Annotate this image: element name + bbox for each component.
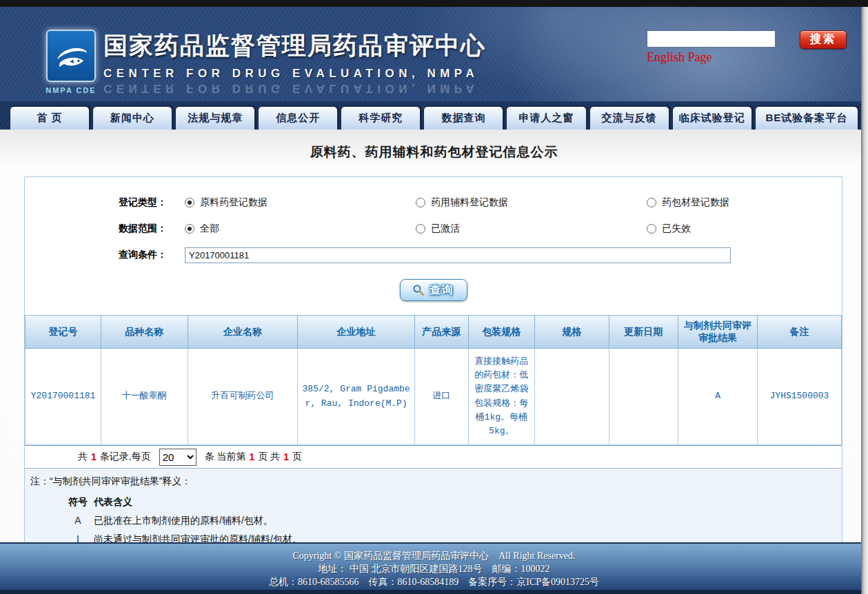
radio-scope-activated[interactable]: 已激活 [416, 223, 647, 235]
col-registration-no: 登记号 [26, 316, 101, 349]
col-product-name: 品种名称 [101, 316, 188, 349]
radio-label: 已失效 [662, 223, 691, 235]
english-page-link[interactable]: English Page [647, 50, 712, 65]
header-search-button[interactable]: 搜索 [800, 30, 847, 49]
site-titles: 国家药品监督管理局药品审评中心 CENTER FOR DRUG EVALUATI… [103, 30, 545, 95]
footer-contact: 总机：8610-68585566 传真：8610-68584189 备案序号：京… [0, 575, 868, 588]
reg-type-label: 登记类型： [25, 196, 185, 209]
radio-scope-expired[interactable]: 已失效 [647, 223, 842, 235]
radio-label: 原料药登记数据 [200, 196, 268, 209]
radio-label: 药用辅料登记数据 [431, 196, 508, 209]
fish-swoosh-icon [51, 36, 91, 76]
cell-packaging-spec: 直接接触药品的药包材：低密度聚乙烯袋包装规格：每桶1kg。每桶5kg。 [468, 349, 534, 445]
site-logo[interactable]: NMPA CDE [43, 30, 99, 94]
content-area: 原料药、药用辅料和药包材登记信息公示 登记类型： 原料药登记数据 药用辅料登记数… [0, 130, 868, 542]
page-size-select[interactable]: 20 [159, 449, 196, 466]
footer-copyright: Copyright © 国家药品监督管理局药品审评中心 All Right Re… [0, 549, 868, 562]
col-spec: 规格 [534, 316, 609, 349]
nav-tab-news[interactable]: 新闻中心 [92, 106, 172, 130]
header-search-input[interactable] [647, 30, 776, 48]
nav-tab-info-disclosure[interactable]: 信息公开 [258, 106, 338, 130]
logo-caption: NMPA CDE [43, 86, 99, 94]
vertical-scrollbar[interactable] [861, 7, 868, 594]
col-product-source: 产品来源 [414, 316, 468, 349]
radio-icon[interactable] [185, 224, 194, 234]
nav-tab-science[interactable]: 科学研究 [341, 106, 421, 130]
col-joint-review-result: 与制剂共同审评审批结果 [678, 316, 758, 349]
nav-tab-clinical-trial[interactable]: 临床试验登记 [672, 106, 752, 130]
pagination-text: 条 当前第 [205, 451, 246, 463]
cell-company-name: 升百可制药公司 [188, 349, 298, 445]
col-update-date: 更新日期 [609, 316, 678, 349]
radio-scope-all[interactable]: 全部 [185, 223, 416, 235]
site-footer: Copyright © 国家药品监督管理局药品审评中心 All Right Re… [0, 542, 868, 594]
pagination-bar: 共 1 条记录,每页 20 条 当前第 1 页 共 1 页 [25, 445, 842, 469]
site-title: 国家药品监督管理局药品审评中心 [103, 30, 545, 62]
radio-icon[interactable] [416, 224, 425, 234]
pagination-text: 条记录,每页 [100, 451, 151, 463]
total-pages: 1 [283, 451, 289, 462]
cell-remark: JYHS1500003 [757, 349, 841, 445]
pagination-text: 页 共 [258, 451, 280, 463]
col-packaging-spec: 包装规格 [468, 316, 534, 349]
radio-label: 全部 [200, 223, 219, 235]
nav-tab-be-platform[interactable]: BE试验备案平台 [755, 106, 858, 130]
condition-row: 查询条件： [25, 242, 842, 268]
main-nav: 首 页 新闻中心 法规与规章 信息公开 科学研究 数据查询 申请人之窗 交流与反… [0, 101, 868, 130]
condition-label: 查询条件： [25, 249, 185, 261]
cell-product-source: 进口 [414, 349, 468, 445]
table-header-row: 登记号 品种名称 企业名称 企业地址 产品来源 包装规格 规格 更新日期 与制剂… [26, 316, 842, 349]
radio-icon[interactable] [647, 224, 656, 234]
nav-tab-regulations[interactable]: 法规与规章 [175, 106, 255, 130]
col-remark: 备注 [757, 316, 841, 349]
page-title: 原料药、药用辅料和药包材登记信息公示 [0, 130, 868, 161]
radio-raw-material-data[interactable]: 原料药登记数据 [185, 196, 416, 209]
cde-logo-icon [46, 30, 96, 82]
nav-tab-applicant-window[interactable]: 申请人之窗 [506, 106, 586, 130]
button-row: 查询 [25, 272, 842, 312]
note-col-meaning: 代表含义 [94, 496, 836, 509]
query-button[interactable]: 查询 [400, 279, 467, 301]
pagination-text: 共 [78, 451, 88, 463]
table-row: Y20170001181 十一酸睾酮 升百可制药公司 385/2, Gram P… [26, 349, 842, 445]
site-subtitle: CENTER FOR DRUG EVALUATION, NMPA [103, 67, 545, 81]
radio-label: 药包材登记数据 [662, 196, 729, 209]
col-company-address: 企业地址 [298, 316, 414, 349]
data-scope-label: 数据范围： [25, 223, 185, 235]
main-box: 登记类型： 原料药登记数据 药用辅料登记数据 药包材登记数据 [24, 176, 842, 557]
nav-tab-data-query[interactable]: 数据查询 [423, 106, 503, 130]
radio-icon[interactable] [416, 198, 425, 207]
radio-label: 已激活 [431, 223, 460, 235]
current-page: 1 [250, 451, 255, 462]
note-col-symbol: 符号 [62, 496, 94, 509]
cell-spec [534, 349, 609, 445]
note-symbol-a: A [62, 515, 94, 527]
note-meaning-a: 已批准在上市制剂使用的原料/辅料/包材。 [94, 515, 836, 527]
page: NMPA CDE 国家药品监督管理局药品审评中心 CENTER FOR DRUG… [0, 0, 868, 594]
radio-excipient-data[interactable]: 药用辅料登记数据 [416, 196, 647, 209]
cell-registration-no: Y20170001181 [26, 349, 101, 445]
total-records: 1 [91, 451, 97, 462]
radio-icon[interactable] [185, 198, 194, 207]
top-window-strip [0, 0, 868, 7]
header-search-area: 搜索 English Page [647, 30, 847, 65]
data-scope-row: 数据范围： 全部 已激活 已失效 [25, 216, 842, 242]
note-legend: 符号 代表含义 A 已批准在上市制剂使用的原料/辅料/包材。 I 尚未通过与制剂… [29, 496, 836, 546]
nav-tab-feedback[interactable]: 交流与反馈 [589, 106, 669, 130]
nav-tab-home[interactable]: 首 页 [10, 106, 90, 130]
radio-icon[interactable] [647, 198, 656, 207]
site-header: NMPA CDE 国家药品监督管理局药品审评中心 CENTER FOR DRUG… [0, 7, 868, 101]
results-table: 登记号 品种名称 企业名称 企业地址 产品来源 包装规格 规格 更新日期 与制剂… [25, 315, 842, 445]
query-form: 登记类型： 原料药登记数据 药用辅料登记数据 药包材登记数据 [25, 177, 842, 272]
footer-address: 地址： 中国 北京市朝阳区建国路128号 邮编：100022 [0, 562, 868, 575]
pagination-text: 页 [292, 451, 302, 463]
cell-product-name: 十一酸睾酮 [101, 349, 188, 445]
query-button-label: 查询 [430, 283, 454, 298]
cell-company-address: 385/2, Gram Pigdamber, Rau, Indore(M.P) [298, 349, 414, 445]
col-company-name: 企业名称 [188, 316, 298, 349]
cell-update-date [609, 349, 678, 445]
site-subtitle-reflection: CENTER FOR DRUG EVALUATION, NMPA [103, 81, 545, 95]
magnifier-icon [412, 284, 425, 296]
condition-input[interactable] [185, 247, 731, 263]
radio-packaging-data[interactable]: 药包材登记数据 [647, 196, 842, 209]
